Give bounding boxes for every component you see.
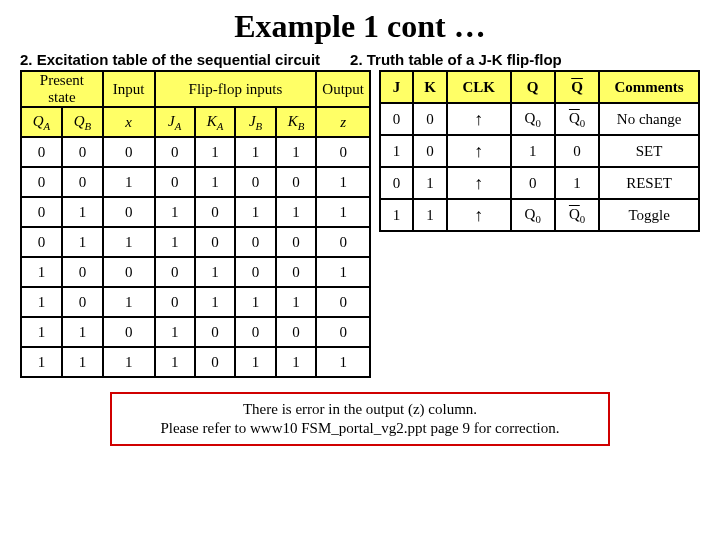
cell: 0 [276, 317, 317, 347]
cell: 1 [155, 347, 195, 377]
cell: ↑ [447, 199, 511, 231]
cell: 0 [21, 197, 62, 227]
cell: ↑ [447, 135, 511, 167]
cell: 1 [103, 287, 155, 317]
cell: 0 [276, 167, 317, 197]
table-row: 00↑Q0Q0No change [380, 103, 699, 135]
table-row: 00001110 [21, 137, 370, 167]
cell: 1 [103, 227, 155, 257]
cell: 0 [380, 167, 413, 199]
cell: 0 [235, 227, 275, 257]
cell: 0 [195, 317, 236, 347]
cell: 1 [103, 167, 155, 197]
cell: 0 [195, 227, 236, 257]
cell: RESET [599, 167, 699, 199]
table-row: 11↑Q0Q0Toggle [380, 199, 699, 231]
table-row: 10001001 [21, 257, 370, 287]
page-title: Example 1 cont … [0, 8, 720, 45]
cell: Q0 [555, 103, 599, 135]
truth-subtitle: 2. Truth table of a J-K flip-flop [350, 51, 700, 68]
cell: 0 [380, 103, 413, 135]
header-present-state: Present state [21, 71, 103, 107]
cell: No change [599, 103, 699, 135]
cell: Q0 [511, 199, 555, 231]
cell: Q0 [555, 199, 599, 231]
cell: 0 [155, 287, 195, 317]
cell: 1 [413, 199, 447, 231]
error-line-2: Please refer to www10 FSM_portal_vg2.ppt… [160, 420, 559, 436]
cell: 1 [21, 317, 62, 347]
col-Qbar: Q [555, 71, 599, 103]
cell: 1 [155, 227, 195, 257]
col-z: z [316, 107, 370, 137]
cell: 1 [62, 197, 103, 227]
cell: 1 [155, 197, 195, 227]
header-ff-inputs: Flip-flop inputs [155, 71, 317, 107]
cell: Toggle [599, 199, 699, 231]
cell: 0 [62, 257, 103, 287]
cell: 0 [413, 135, 447, 167]
cell: 1 [316, 257, 370, 287]
error-note: There is error in the output (z) column.… [110, 392, 610, 446]
cell: 0 [62, 137, 103, 167]
col-JA: JA [155, 107, 195, 137]
cell: 0 [413, 103, 447, 135]
excitation-subtitle: 2. Excitation table of the sequential ci… [20, 51, 320, 68]
col-QA: QA [21, 107, 62, 137]
header-row-2: QA QB x JA KA JB KB z [21, 107, 370, 137]
cell: 0 [103, 257, 155, 287]
header-row-1: Present state Input Flip-flop inputs Out… [21, 71, 370, 107]
tables-container: Present state Input Flip-flop inputs Out… [0, 70, 720, 378]
cell: 1 [276, 137, 317, 167]
col-KB: KB [276, 107, 317, 137]
cell: 1 [276, 287, 317, 317]
table-row: 10↑10SET [380, 135, 699, 167]
cell: 0 [103, 317, 155, 347]
cell: Q0 [511, 103, 555, 135]
cell: 1 [235, 137, 275, 167]
cell: 1 [155, 317, 195, 347]
cell: 0 [155, 257, 195, 287]
cell: 1 [21, 257, 62, 287]
error-line-1: There is error in the output (z) column. [243, 401, 477, 417]
cell: 1 [195, 167, 236, 197]
col-QB: QB [62, 107, 103, 137]
cell: 1 [21, 347, 62, 377]
table-row: 00101001 [21, 167, 370, 197]
cell: 0 [62, 287, 103, 317]
cell: 1 [235, 287, 275, 317]
table-row: 01↑01RESET [380, 167, 699, 199]
cell: 0 [103, 137, 155, 167]
col-J: J [380, 71, 413, 103]
cell: 1 [103, 347, 155, 377]
table-row: 01010111 [21, 197, 370, 227]
cell: 0 [316, 317, 370, 347]
col-KA: KA [195, 107, 236, 137]
col-K: K [413, 71, 447, 103]
cell: 0 [21, 227, 62, 257]
subtitles-row: 2. Excitation table of the sequential ci… [0, 51, 720, 70]
header-input: Input [103, 71, 155, 107]
cell: 1 [195, 257, 236, 287]
excitation-table: Present state Input Flip-flop inputs Out… [20, 70, 371, 378]
cell: 1 [380, 135, 413, 167]
cell: 0 [103, 197, 155, 227]
cell: 1 [555, 167, 599, 199]
cell: 1 [316, 347, 370, 377]
truth-header-row: J K CLK Q Q Comments [380, 71, 699, 103]
cell: 1 [235, 347, 275, 377]
table-row: 01110000 [21, 227, 370, 257]
table-row: 11110111 [21, 347, 370, 377]
truth-table: J K CLK Q Q Comments 00↑Q0Q0No change10↑… [379, 70, 700, 232]
cell: 0 [21, 167, 62, 197]
cell: 0 [316, 137, 370, 167]
cell: 0 [155, 137, 195, 167]
cell: 1 [62, 317, 103, 347]
cell: ↑ [447, 167, 511, 199]
cell: 1 [62, 227, 103, 257]
header-output: Output [316, 71, 370, 107]
cell: 1 [413, 167, 447, 199]
cell: 1 [316, 167, 370, 197]
cell: 1 [235, 197, 275, 227]
cell: 0 [511, 167, 555, 199]
